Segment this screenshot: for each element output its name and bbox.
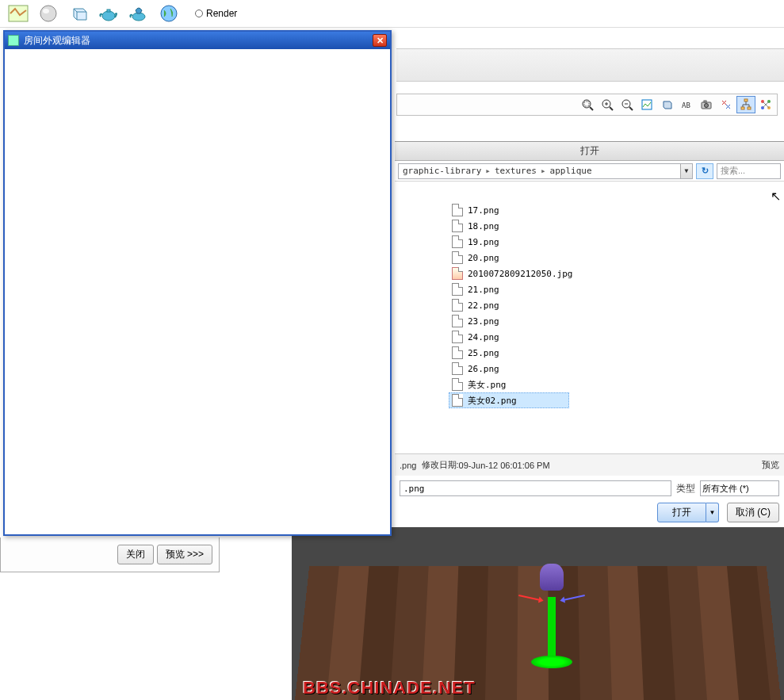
- svg-point-8: [102, 11, 115, 21]
- image-file-icon: [452, 267, 463, 280]
- teapot-icon[interactable]: [97, 2, 120, 25]
- open-dialog-title: 打开: [395, 142, 784, 161]
- file-row[interactable]: 23.png: [449, 313, 781, 329]
- svg-point-11: [161, 6, 177, 21]
- file-row[interactable]: 24.png: [449, 329, 781, 345]
- refresh-icon[interactable]: ↻: [696, 163, 713, 179]
- watermark-text: BBS.CHINADE.NET: [303, 678, 476, 698]
- breadcrumb[interactable]: graphic-library▸ textures▸ applique ▼: [398, 163, 693, 179]
- box-icon[interactable]: [657, 96, 676, 113]
- xx-tool-icon[interactable]: [717, 96, 736, 113]
- open-button[interactable]: 打开: [657, 503, 706, 522]
- file-row[interactable]: 19.png: [449, 234, 781, 250]
- cancel-button[interactable]: 取消 (C): [727, 503, 779, 522]
- zoom-in-icon[interactable]: [598, 96, 617, 113]
- snapshot-icon[interactable]: [637, 96, 656, 113]
- type-label: 类型: [676, 482, 695, 495]
- svg-rect-33: [741, 107, 744, 109]
- render-label: Render: [206, 8, 237, 19]
- file-row[interactable]: 21.png: [449, 281, 781, 297]
- svg-point-26: [705, 104, 709, 108]
- status-mod-value: 09-Jun-12 06:01:06 PM: [459, 461, 550, 470]
- svg-line-20: [629, 107, 633, 110]
- nodes-icon[interactable]: [756, 96, 775, 113]
- svg-rect-9: [107, 10, 110, 12]
- map-icon[interactable]: [6, 2, 30, 25]
- svg-marker-23: [664, 101, 671, 109]
- hierarchy-icon[interactable]: [736, 96, 755, 113]
- file-icon: [452, 315, 463, 327]
- filename-row: 类型: [395, 477, 784, 499]
- file-icon: [452, 299, 463, 312]
- file-list[interactable]: 17.png18.png19.png20.png2010072809212050…: [449, 202, 781, 450]
- file-name: 18.png: [468, 221, 499, 231]
- file-name: 20.png: [468, 253, 499, 263]
- file-row[interactable]: 2010072809212050.jpg: [449, 266, 781, 281]
- file-row[interactable]: 17.png: [449, 202, 781, 218]
- file-row[interactable]: 26.png: [449, 361, 781, 377]
- file-row[interactable]: 22.png: [449, 297, 781, 313]
- file-row[interactable]: 25.png: [449, 345, 781, 361]
- secondary-toolbar: [396, 48, 784, 82]
- camera-icon[interactable]: [697, 96, 716, 113]
- preview-button[interactable]: 预览 >>>: [157, 545, 212, 564]
- y-axis-icon[interactable]: [548, 597, 556, 660]
- close-icon[interactable]: ✕: [373, 34, 387, 47]
- appearance-editor-dialog: 房间外观编辑器 ✕: [3, 30, 392, 536]
- file-icon: [452, 331, 463, 343]
- svg-rect-14: [584, 101, 589, 106]
- radio-icon: [195, 10, 203, 17]
- ab-text-icon[interactable]: AB: [677, 96, 696, 113]
- file-icon: [452, 346, 463, 359]
- chevron-right-icon: ▸: [539, 166, 548, 176]
- filename-input[interactable]: [400, 480, 671, 496]
- zoom-out-icon[interactable]: [618, 96, 637, 113]
- file-row[interactable]: 18.png: [449, 218, 781, 234]
- file-icon: [452, 394, 463, 407]
- file-row[interactable]: 美女02.png: [449, 392, 569, 408]
- file-name: 美女02.png: [468, 395, 517, 407]
- close-button[interactable]: 关闭: [117, 545, 154, 564]
- file-open-dialog: 打开 graphic-library▸ textures▸ applique ▼…: [395, 141, 784, 526]
- file-icon: [452, 362, 463, 375]
- file-row[interactable]: 20.png: [449, 250, 781, 266]
- dialog-titlebar[interactable]: 房间外观编辑器 ✕: [5, 32, 390, 49]
- open-split-button: 打开 ▼: [657, 503, 719, 522]
- cube-icon[interactable]: [67, 2, 90, 25]
- globe-icon[interactable]: [157, 2, 181, 25]
- file-row[interactable]: 美女.png: [449, 377, 781, 392]
- scene-object[interactable]: [528, 557, 576, 668]
- render-option[interactable]: Render: [195, 8, 237, 19]
- object-top: [540, 564, 564, 591]
- svg-line-13: [590, 107, 593, 110]
- address-row: graphic-library▸ textures▸ applique ▼ ↻ …: [395, 161, 784, 182]
- view-icon-strip: AB: [396, 94, 778, 116]
- svg-text:AB: AB: [682, 101, 690, 109]
- dialog-button-row: 打开 ▼ 取消 (C): [395, 501, 784, 523]
- zoom-fit-icon[interactable]: [578, 96, 597, 113]
- dialog-title: 房间外观编辑器: [24, 34, 90, 48]
- status-ext: .png: [400, 461, 416, 470]
- breadcrumb-dropdown-icon[interactable]: ▼: [680, 164, 692, 178]
- svg-point-1: [40, 6, 56, 21]
- file-name: 24.png: [468, 332, 499, 342]
- file-name: 22.png: [468, 300, 499, 311]
- file-name: 17.png: [468, 205, 499, 216]
- teapot-hat-icon[interactable]: [127, 2, 151, 25]
- file-icon: [452, 235, 463, 248]
- filetype-select[interactable]: [700, 480, 779, 496]
- svg-rect-22: [642, 100, 652, 109]
- search-input[interactable]: 搜索...: [717, 163, 781, 179]
- file-icon: [452, 251, 463, 264]
- open-dropdown-icon[interactable]: ▼: [706, 503, 719, 522]
- svg-rect-32: [744, 99, 748, 101]
- 3d-viewport[interactable]: BBS.CHINADE.NET: [292, 527, 784, 700]
- breadcrumb-part: textures: [492, 166, 539, 176]
- file-name: 2010072809212050.jpg: [468, 269, 572, 279]
- sphere-icon[interactable]: [36, 2, 60, 25]
- status-mod-label: 修改日期:: [422, 459, 459, 471]
- file-icon: [452, 220, 463, 232]
- svg-point-2: [43, 9, 49, 13]
- file-icon: [452, 378, 463, 391]
- file-name: 26.png: [468, 364, 499, 374]
